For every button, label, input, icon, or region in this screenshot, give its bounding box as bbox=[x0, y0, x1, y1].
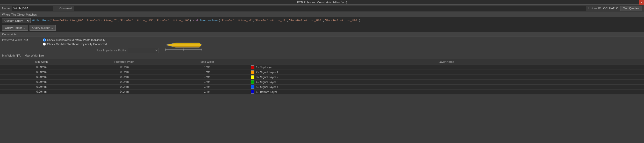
radio-physically-connected[interactable] bbox=[43, 43, 46, 46]
query-helper-button[interactable]: Query Helper ... bbox=[2, 25, 28, 31]
svg-marker-0 bbox=[166, 43, 202, 47]
impedance-select[interactable] bbox=[128, 48, 159, 53]
layer-name-text: 6 - Bottom Layer bbox=[256, 90, 277, 93]
td-pref-width: 0.1mm bbox=[83, 90, 166, 94]
preferred-width-label: Preferred Width bbox=[2, 38, 22, 42]
constraints-section-header: Constraints bbox=[0, 32, 644, 37]
query-selector-row: Custom Query WithinRoom('RoomDefinition_… bbox=[2, 18, 642, 23]
window-title: PCB Rules and Constraints Editor [mm] bbox=[297, 1, 347, 4]
td-min-width: 0.09mm bbox=[0, 85, 83, 89]
preferred-width-value: N/A bbox=[24, 38, 28, 42]
query-buttons: Query Helper ... Query Builder ... bbox=[2, 25, 642, 31]
layer-color-swatch bbox=[251, 70, 254, 74]
td-min-width: 0.09mm bbox=[0, 75, 83, 79]
td-layer-name: 5 - Signal Layer 4 bbox=[249, 85, 644, 89]
td-max-width: 1mm bbox=[166, 90, 249, 94]
unique-id-label: Unique ID bbox=[588, 7, 601, 10]
th-layer-name: Layer Name bbox=[249, 60, 644, 64]
table-row: 0.09mm 0.1mm 1mm 5 - Signal Layer 4 bbox=[0, 85, 644, 90]
preferred-width-group: Preferred Width N/A bbox=[2, 38, 28, 42]
unique-id-value: OCLUATLC bbox=[603, 7, 618, 10]
td-pref-width: 0.1mm bbox=[83, 75, 166, 79]
layer-name-text: 1 - Top Layer bbox=[256, 66, 273, 69]
th-max-width: Max Width bbox=[166, 60, 249, 64]
td-max-width: 1mm bbox=[166, 75, 249, 79]
td-max-width: 1mm bbox=[166, 85, 249, 89]
td-min-width: 0.09mm bbox=[0, 80, 83, 84]
radio-item-2[interactable]: Check Min/Max Width for Physically Conne… bbox=[43, 43, 159, 46]
td-max-width: 1mm bbox=[166, 80, 249, 84]
td-min-width: 0.09mm bbox=[0, 70, 83, 74]
layer-name-text: 4 - Signal Layer 3 bbox=[256, 80, 278, 84]
max-width-group: Max Width N/A bbox=[25, 54, 44, 57]
query-builder-button[interactable]: Query Builder ... bbox=[30, 25, 56, 31]
where-section-header: Where The Object Matches bbox=[0, 12, 644, 17]
td-layer-name: 4 - Signal Layer 3 bbox=[249, 80, 644, 84]
name-input[interactable] bbox=[12, 6, 53, 11]
td-layer-name: 2 - Signal Layer 1 bbox=[249, 70, 644, 74]
min-width-value: N/A bbox=[16, 54, 20, 57]
min-max-group: Min Width N/A Max Width N/A bbox=[2, 54, 159, 57]
max-width-label: Max Width bbox=[25, 54, 38, 57]
td-min-width: 0.09mm bbox=[0, 90, 83, 94]
layer-name-text: 2 - Signal Layer 1 bbox=[256, 71, 278, 74]
td-layer-name: 1 - Top Layer bbox=[249, 65, 644, 70]
table-row: 0.09mm 0.1mm 1mm 2 - Signal Layer 1 bbox=[0, 70, 644, 75]
td-max-width: 1mm bbox=[166, 65, 249, 70]
layer-color-swatch bbox=[251, 85, 254, 89]
td-pref-width: 0.1mm bbox=[83, 65, 166, 70]
query-text-display: WithinRoom('RoomDefinition_U6','RoomDefi… bbox=[32, 19, 361, 23]
layer-color-swatch bbox=[251, 75, 254, 79]
td-layer-name: 6 - Bottom Layer bbox=[249, 90, 644, 94]
td-max-width: 1mm bbox=[166, 70, 249, 74]
test-queries-button[interactable]: Test Queries bbox=[620, 6, 642, 11]
query-area: Custom Query WithinRoom('RoomDefinition_… bbox=[0, 17, 644, 32]
max-width-value: N/A bbox=[39, 54, 44, 57]
table-row: 0.09mm 0.1mm 1mm 1 - Top Layer bbox=[0, 65, 644, 70]
table-row: 0.09mm 0.1mm 1mm 6 - Bottom Layer bbox=[0, 90, 644, 94]
td-pref-width: 0.1mm bbox=[83, 70, 166, 74]
impedance-row: Use Impedance Profile bbox=[97, 48, 159, 53]
name-row: Name Comment Unique ID OCLUATLC Test Que… bbox=[0, 5, 644, 12]
top-right-actions: Unique ID OCLUATLC Test Queries bbox=[588, 6, 642, 11]
layer-name-text: 3 - Signal Layer 2 bbox=[256, 76, 278, 79]
radio-tracks-label: Check Tracks/Arcs Min/Max Width Individu… bbox=[47, 38, 105, 42]
table-row: 0.09mm 0.1mm 1mm 4 - Signal Layer 3 bbox=[0, 80, 644, 85]
track-svg bbox=[163, 39, 204, 53]
constraints-section: Preferred Width N/A Check Tracks/Arcs Mi… bbox=[0, 37, 644, 59]
close-button[interactable]: ✕ bbox=[639, 0, 644, 5]
layer-name-text: 5 - Signal Layer 4 bbox=[256, 85, 278, 88]
layer-color-swatch bbox=[251, 80, 254, 84]
title-bar: PCB Rules and Constraints Editor [mm] ✕ bbox=[0, 0, 644, 5]
constraints-fields: Preferred Width N/A Check Tracks/Arcs Mi… bbox=[2, 38, 159, 53]
layer-color-swatch bbox=[251, 90, 254, 94]
td-pref-width: 0.1mm bbox=[83, 80, 166, 84]
radio-item-1[interactable]: Check Tracks/Arcs Min/Max Width Individu… bbox=[43, 38, 159, 42]
impedance-label: Use Impedance Profile bbox=[97, 49, 126, 52]
min-width-label: Min Width bbox=[2, 54, 15, 57]
table-body: 0.09mm 0.1mm 1mm 1 - Top Layer 0.09mm 0.… bbox=[0, 65, 644, 94]
th-pref-width: Preferred Width bbox=[83, 60, 166, 64]
table-header: Min Width Preferred Width Max Width Laye… bbox=[0, 59, 644, 65]
radio-connected-label: Check Min/Max Width for Physically Conne… bbox=[47, 43, 107, 46]
min-width-group: Min Width N/A bbox=[2, 54, 20, 57]
comment-label: Comment bbox=[59, 7, 72, 10]
th-min-width: Min Width bbox=[0, 60, 83, 64]
radio-tracks[interactable] bbox=[43, 38, 46, 42]
td-layer-name: 3 - Signal Layer 2 bbox=[249, 75, 644, 79]
query-type-select[interactable]: Custom Query bbox=[2, 18, 31, 23]
track-visual bbox=[163, 38, 204, 54]
table-row: 0.09mm 0.1mm 1mm 3 - Signal Layer 2 bbox=[0, 75, 644, 80]
layer-color-swatch bbox=[251, 65, 254, 69]
radio-group: Check Tracks/Arcs Min/Max Width Individu… bbox=[43, 38, 159, 53]
width-table: Min Width Preferred Width Max Width Laye… bbox=[0, 59, 644, 94]
td-pref-width: 0.1mm bbox=[83, 85, 166, 89]
comment-input[interactable] bbox=[74, 6, 586, 11]
td-min-width: 0.09mm bbox=[0, 65, 83, 70]
name-label: Name bbox=[2, 7, 10, 10]
